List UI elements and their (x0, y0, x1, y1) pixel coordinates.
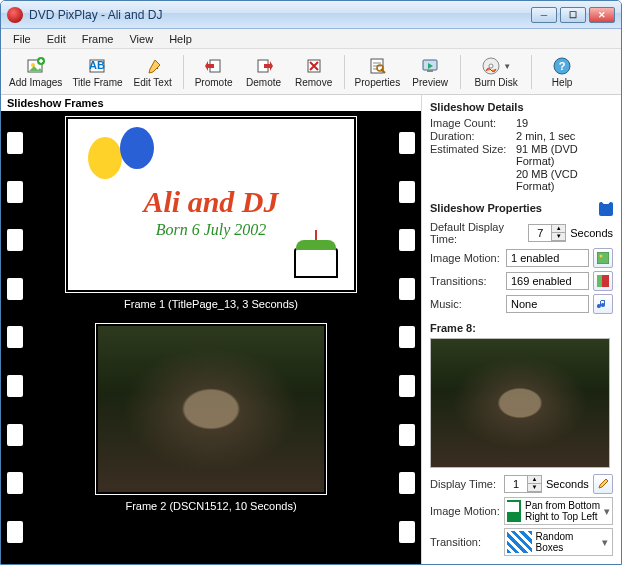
frame-transition-select[interactable]: Random Boxes ▾ (504, 528, 613, 556)
spin-down[interactable]: ▼ (551, 233, 565, 241)
music-value: None (506, 295, 589, 313)
display-time-label: Display Time: (430, 478, 500, 490)
frame-transition-label: Transition: (430, 536, 500, 548)
promote-icon (204, 56, 224, 76)
image-count-label: Image Count: (430, 117, 516, 129)
properties-button[interactable]: Properties (351, 51, 405, 93)
frame-8-header: Frame 8: (430, 322, 613, 334)
demote-button[interactable]: Demote (240, 51, 288, 93)
svg-text:AB: AB (90, 59, 106, 71)
help-button[interactable]: ? Help (538, 51, 586, 93)
menu-view[interactable]: View (121, 31, 161, 47)
maximize-button[interactable]: ☐ (560, 7, 586, 23)
filmstrip[interactable]: Ali and DJ Born 6 July 2002 Frame 1 (Tit… (1, 111, 421, 564)
menu-edit[interactable]: Edit (39, 31, 74, 47)
menubar: File Edit Frame View Help (1, 29, 621, 49)
transitions-settings-button[interactable] (593, 271, 613, 291)
properties-label: Properties (355, 77, 401, 88)
frame-image-motion-select[interactable]: Pan from Bottom Right to Top Left ▾ (504, 497, 613, 525)
frame-image-motion-value: Pan from Bottom Right to Top Left (525, 500, 600, 522)
svg-text:?: ? (559, 60, 566, 72)
pencil-icon (597, 478, 609, 490)
titlebar: DVD PixPlay - Ali and DJ ─ ☐ ✕ (1, 1, 621, 29)
image-motion-label: Image Motion: (430, 252, 502, 264)
slide1-title: Ali and DJ (68, 185, 354, 219)
transition-icon (597, 275, 609, 287)
toolbar: Add Images AB Title Frame A Edit Text Pr… (1, 49, 621, 95)
transitions-value: 169 enabled (506, 272, 589, 290)
cake-icon (294, 248, 338, 278)
preview-icon (420, 56, 440, 76)
remove-button[interactable]: Remove (290, 51, 338, 93)
image-motion-settings-button[interactable] (593, 248, 613, 268)
svg-point-14 (489, 64, 493, 68)
preview-button[interactable]: Preview (406, 51, 454, 93)
preview-label: Preview (412, 77, 448, 88)
balloon-blue-icon (120, 127, 154, 169)
music-label: Music: (430, 298, 502, 310)
random-boxes-icon (507, 531, 532, 553)
menu-help[interactable]: Help (161, 31, 200, 47)
dropdown-arrow-icon: ▼ (503, 62, 511, 71)
demote-label: Demote (246, 77, 281, 88)
help-icon: ? (552, 56, 572, 76)
menu-file[interactable]: File (5, 31, 39, 47)
menu-frame[interactable]: Frame (74, 31, 122, 47)
slideshow-properties-header: Slideshow Properties (430, 202, 542, 214)
toolbar-separator (460, 55, 461, 89)
est-size-value: 91 MB (DVD Format) (516, 143, 613, 167)
slideshow-frames-header: Slideshow Frames (1, 95, 421, 111)
burn-disk-label: Burn Disk (474, 77, 517, 88)
frame-2-caption: Frame 2 (DSCN1512, 10 Seconds) (39, 500, 383, 512)
remove-label: Remove (295, 77, 332, 88)
frame-image-motion-label: Image Motion: (430, 505, 500, 517)
duration-value: 2 min, 1 sec (516, 130, 613, 142)
demote-icon (254, 56, 274, 76)
sprocket-holes-right (393, 111, 421, 564)
frame-2[interactable]: Frame 2 (DSCN1512, 10 Seconds) (39, 324, 383, 512)
frame-1-caption: Frame 1 (TitlePage_13, 3 Seconds) (39, 298, 383, 310)
sprocket-holes-left (1, 111, 29, 564)
svg-rect-12 (427, 70, 433, 72)
picture-icon (597, 252, 609, 264)
minimize-button[interactable]: ─ (531, 7, 557, 23)
image-motion-value: 1 enabled (506, 249, 589, 267)
display-time-input[interactable]: ▲▼ (504, 475, 542, 493)
right-panel: Slideshow Details Image Count:19 Duratio… (421, 95, 621, 564)
promote-label: Promote (195, 77, 233, 88)
add-images-button[interactable]: Add Images (5, 51, 66, 93)
default-display-time-label: Default Display Time: (430, 221, 524, 245)
properties-icon (367, 56, 387, 76)
toolbar-separator (531, 55, 532, 89)
toolbar-separator (344, 55, 345, 89)
frame-preview-image (430, 338, 610, 468)
music-settings-button[interactable] (593, 294, 613, 314)
burn-disk-icon (481, 56, 501, 76)
promote-button[interactable]: Promote (190, 51, 238, 93)
remove-icon (304, 56, 324, 76)
app-icon (7, 7, 23, 23)
est-size-label: Estimated Size: (430, 143, 516, 167)
slide-title-page: Ali and DJ Born 6 July 2002 (66, 117, 356, 292)
spin-down[interactable]: ▼ (527, 484, 541, 492)
transitions-label: Transitions: (430, 275, 502, 287)
svg-rect-17 (597, 252, 609, 264)
window-title: DVD PixPlay - Ali and DJ (29, 8, 531, 22)
frame-1[interactable]: Ali and DJ Born 6 July 2002 Frame 1 (Tit… (39, 117, 383, 310)
add-images-icon (26, 56, 46, 76)
title-frame-button[interactable]: AB Title Frame (68, 51, 126, 93)
edit-text-label: Edit Text (133, 77, 171, 88)
slide-photo (96, 324, 326, 494)
seconds-label: Seconds (546, 478, 589, 490)
close-button[interactable]: ✕ (589, 7, 615, 23)
svg-rect-20 (602, 275, 609, 287)
default-display-time-input[interactable]: ▲▼ (528, 224, 566, 242)
burn-disk-button[interactable]: ▼ Burn Disk (467, 51, 525, 93)
image-count-value: 19 (516, 117, 613, 129)
spin-up[interactable]: ▲ (527, 476, 541, 484)
edit-text-button[interactable]: A Edit Text (129, 51, 177, 93)
spin-up[interactable]: ▲ (551, 225, 565, 233)
display-time-edit-button[interactable] (593, 474, 613, 494)
collapse-icon[interactable] (599, 202, 613, 216)
seconds-label: Seconds (570, 227, 613, 239)
